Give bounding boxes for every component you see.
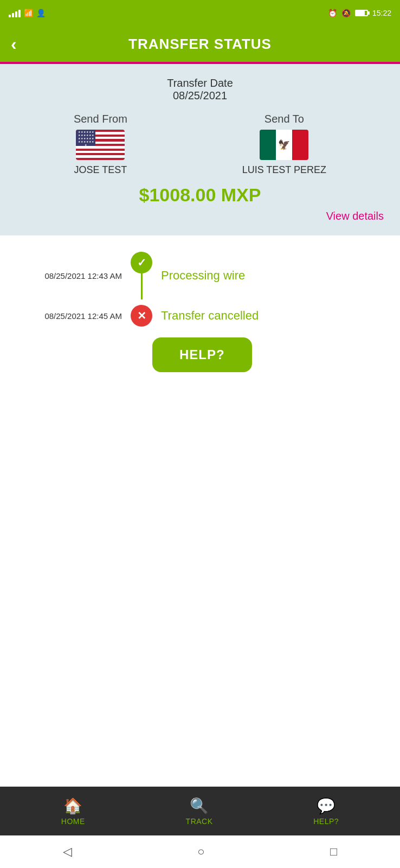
timeline-icon-col-2: ✕ [131, 305, 152, 327]
signal-icon [9, 9, 21, 17]
timeline-status-2: Transfer cancelled [161, 309, 259, 323]
timeline-connector [141, 272, 143, 299]
nav-item-help[interactable]: 💬 HELP? [313, 797, 339, 826]
wifi-icon: 📶 [24, 9, 33, 17]
eagle-icon: 🦅 [278, 139, 290, 151]
status-left-icons: 📶 👤 [9, 9, 46, 17]
nav-label-track: TRACK [186, 817, 213, 826]
header: ‹ TRANSFER STATUS [0, 26, 400, 64]
timeline-datetime-1: 08/25/2021 12:43 AM [16, 271, 122, 280]
x-icon: ✕ [131, 305, 152, 327]
transfer-info-section: Transfer Date 08/25/2021 Send From [0, 64, 400, 235]
view-details-link[interactable]: View details [326, 210, 384, 222]
nav-label-help: HELP? [313, 817, 339, 826]
us-flag: ★★★★★ ★★★★★ ★★★★★ ★★★★★ ★★★★★ [76, 130, 125, 160]
nav-label-home: HOME [61, 817, 85, 826]
track-icon: 🔍 [190, 797, 209, 815]
page-title: TRANSFER STATUS [128, 36, 272, 53]
timeline-item-1: 08/25/2021 12:43 AM ✓ Processing wire [16, 252, 384, 299]
send-from-label: Send From [74, 113, 127, 125]
send-from-section: Send From ★★★ [74, 113, 127, 176]
nav-item-home[interactable]: 🏠 HOME [61, 797, 85, 826]
transfer-amount: $1008.00 MXP [139, 184, 261, 205]
nav-item-track[interactable]: 🔍 TRACK [186, 797, 213, 826]
bottom-nav: 🏠 HOME 🔍 TRACK 💬 HELP? [0, 787, 400, 835]
transfer-date-value: 08/25/2021 [16, 90, 384, 102]
mx-flag: 🦅 [260, 130, 308, 160]
transfer-date-section: Transfer Date 08/25/2021 [16, 77, 384, 102]
send-to-label: Send To [264, 113, 304, 125]
timeline-icon-col-1: ✓ [131, 252, 152, 299]
timeline-section: 08/25/2021 12:43 AM ✓ Processing wire 08… [0, 235, 400, 383]
android-recents-button[interactable]: □ [330, 845, 337, 859]
notification-icon: 🔕 [341, 9, 351, 17]
help-nav-icon: 💬 [317, 797, 336, 815]
time-display: 15:22 [372, 9, 391, 17]
send-row: Send From ★★★ [16, 113, 384, 176]
receiver-name: LUIS TEST PEREZ [242, 164, 326, 176]
help-button-container: HELP? [152, 337, 384, 372]
battery-icon [355, 10, 368, 16]
back-button[interactable]: ‹ [11, 35, 17, 53]
send-to-section: Send To 🦅 LUIS TEST PEREZ [242, 113, 326, 176]
timeline-item-2: 08/25/2021 12:45 AM ✕ Transfer cancelled [16, 305, 384, 327]
view-details-section: View details [16, 210, 384, 222]
alarm-icon: ⏰ [328, 9, 337, 17]
help-button[interactable]: HELP? [152, 337, 252, 372]
status-right-icons: ⏰ 🔕 15:22 [328, 9, 391, 17]
android-home-button[interactable]: ○ [197, 845, 204, 859]
android-back-button[interactable]: ◁ [63, 845, 72, 859]
timeline-status-1: Processing wire [161, 269, 245, 283]
status-bar: 📶 👤 ⏰ 🔕 15:22 [0, 0, 400, 26]
home-icon: 🏠 [63, 797, 82, 815]
check-icon: ✓ [131, 252, 152, 273]
timeline-datetime-2: 08/25/2021 12:45 AM [16, 311, 122, 321]
sender-name: JOSE TEST [74, 164, 127, 176]
android-nav-bar: ◁ ○ □ [0, 835, 400, 868]
amount-section: $1008.00 MXP [16, 184, 384, 206]
transfer-date-label: Transfer Date [16, 77, 384, 90]
message-icon: 👤 [36, 9, 46, 17]
